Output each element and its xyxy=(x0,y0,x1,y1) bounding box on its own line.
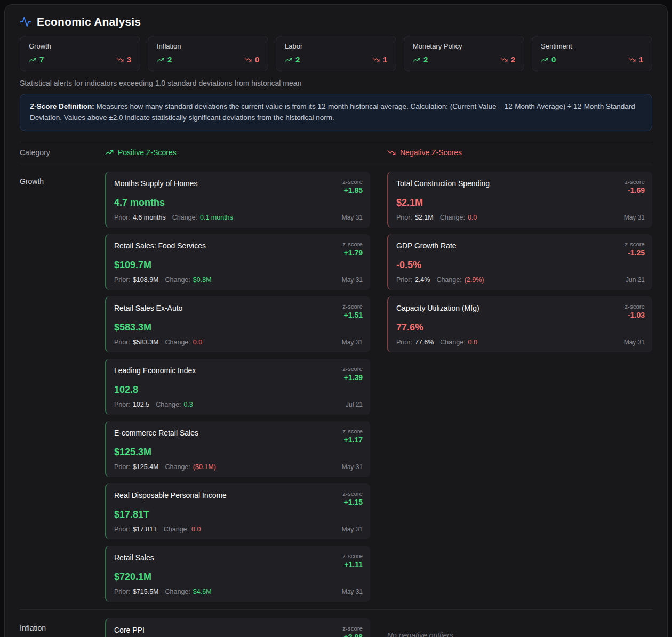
trending-down-icon xyxy=(372,56,380,63)
trending-down-icon xyxy=(628,56,636,63)
indicator-date: May 31 xyxy=(342,338,363,346)
negative-header-label: Negative Z-Scores xyxy=(400,148,462,157)
indicator-meta: Prior: $125.4M Change: ($0.1M) May 31 xyxy=(114,463,363,471)
change-value: $4.6M xyxy=(193,588,212,595)
indicator-meta: Prior: 4.6 months Change: 0.1 months May… xyxy=(114,214,363,221)
indicator-value: $125.3M xyxy=(114,447,363,458)
change-label: Change: xyxy=(440,338,465,346)
zscore-block: z-score +1.51 xyxy=(342,303,363,320)
indicator-date: Jul 21 xyxy=(346,401,363,408)
prior-value: $715.5M xyxy=(133,588,159,595)
prior-value: $2.1M xyxy=(415,214,434,221)
negative-count: 1 xyxy=(383,55,387,64)
indicator-value: $583.3M xyxy=(114,322,363,333)
page-header: Economic Analysis xyxy=(20,12,652,36)
trending-up-icon xyxy=(105,148,114,157)
negative-count: 3 xyxy=(127,55,131,64)
zscore-definition-box: Z-Score Definition: Measures how many st… xyxy=(20,94,652,131)
zscore-block: z-score +2.98 xyxy=(342,625,363,637)
zscore-block: z-score -1.69 xyxy=(625,178,645,195)
summary-card-monetary-policy: Monetary Policy 2 2 xyxy=(404,36,524,71)
indicator-date: May 31 xyxy=(342,588,363,595)
prior-value: $583.3M xyxy=(133,338,159,346)
prior-value: 2.4% xyxy=(415,276,430,284)
prior-label: Prior: xyxy=(396,338,412,346)
zscore-label: z-score xyxy=(342,625,363,632)
change-label: Change: xyxy=(164,526,189,533)
zscore-label: z-score xyxy=(342,303,363,310)
negative-count: 0 xyxy=(255,55,259,64)
zscore-value: -1.25 xyxy=(625,248,645,257)
indicator-card: Retail Sales Ex-Auto z-score +1.51 $583.… xyxy=(105,296,370,352)
zscore-label: z-score xyxy=(342,178,363,186)
change-label: Change: xyxy=(165,463,190,471)
prior-label: Prior: xyxy=(396,276,412,284)
indicator-value: $17.81T xyxy=(114,509,363,520)
positive-cards-column: Months Supply of Homes z-score +1.85 4.7… xyxy=(105,172,370,602)
trending-down-icon xyxy=(387,148,396,157)
change-value: 0.0 xyxy=(193,338,202,346)
negative-cards-column: No negative outliers xyxy=(387,618,652,637)
indicator-meta: Prior: 77.6% Change: 0.0 May 31 xyxy=(396,338,645,346)
prior-value: 77.6% xyxy=(415,338,434,346)
indicator-value: -0.5% xyxy=(396,260,645,271)
zscore-value: +1.85 xyxy=(342,186,363,195)
prior-label: Prior: xyxy=(114,463,130,471)
prior-label: Prior: xyxy=(114,401,130,408)
zscore-value: +1.51 xyxy=(342,311,363,320)
indicator-card: Core PPI z-score +2.98 2.8% Prior: 2.4% … xyxy=(105,618,370,637)
zscore-value: -1.69 xyxy=(625,186,645,195)
indicator-date: May 31 xyxy=(342,214,363,221)
summary-label: Labor xyxy=(285,42,387,50)
zscore-value: +1.79 xyxy=(342,248,363,257)
change-value: 0.0 xyxy=(191,526,201,533)
positive-count: 7 xyxy=(39,55,44,64)
indicator-title: Real Disposable Personal Income xyxy=(114,490,227,499)
indicator-value: 102.8 xyxy=(114,384,363,396)
change-value: ($0.1M) xyxy=(193,463,216,471)
change-value: (2.9%) xyxy=(465,276,484,284)
indicator-date: May 31 xyxy=(624,338,645,346)
summary-label: Monetary Policy xyxy=(413,42,515,50)
category-header: Category xyxy=(20,148,88,157)
negative-column-header: Negative Z-Scores xyxy=(387,148,652,157)
change-label: Change: xyxy=(172,214,197,221)
trending-down-icon xyxy=(244,56,252,63)
negative-cards-column: Total Construction Spending z-score -1.6… xyxy=(387,172,652,602)
definition-text: Measures how many standard deviations th… xyxy=(30,102,635,122)
prior-label: Prior: xyxy=(114,338,130,346)
prior-value: $125.4M xyxy=(133,463,159,471)
positive-cards-column: Core PPI z-score +2.98 2.8% Prior: 2.4% … xyxy=(105,618,370,637)
summary-label: Inflation xyxy=(157,42,259,50)
indicator-value: 77.6% xyxy=(396,322,645,333)
zscore-block: z-score +1.85 xyxy=(342,178,363,195)
zscore-value: -1.03 xyxy=(625,311,645,320)
page-subtitle: Statistical alerts for indicators exceed… xyxy=(20,79,652,87)
summary-card-labor: Labor 2 1 xyxy=(276,36,396,71)
indicator-date: May 31 xyxy=(342,463,363,471)
trending-up-icon xyxy=(29,56,36,63)
zscore-value: +1.17 xyxy=(342,436,363,445)
zscore-label: z-score xyxy=(625,178,645,186)
indicator-card: GDP Growth Rate z-score -1.25 -0.5% Prio… xyxy=(387,234,652,290)
indicator-date: Jun 21 xyxy=(626,276,645,284)
zscore-value: +1.15 xyxy=(342,498,363,507)
indicator-meta: Prior: $17.81T Change: 0.0 May 31 xyxy=(114,526,363,533)
indicator-meta: Prior: 102.5 Change: 0.3 Jul 21 xyxy=(114,401,363,408)
indicator-meta: Prior: $108.9M Change: $0.8M May 31 xyxy=(114,276,363,284)
economic-analysis-panel: Economic Analysis Growth 7 3 Inflation 2… xyxy=(4,4,668,637)
indicator-date: May 31 xyxy=(342,276,363,284)
indicator-title: Retail Sales xyxy=(114,552,154,562)
change-label: Change: xyxy=(165,276,190,284)
indicator-title: Core PPI xyxy=(114,625,145,634)
change-value: $0.8M xyxy=(193,276,212,284)
zscore-block: z-score +1.15 xyxy=(342,490,363,507)
change-label: Change: xyxy=(436,276,461,284)
indicator-value: $720.1M xyxy=(114,571,363,583)
indicator-title: Months Supply of Homes xyxy=(114,178,197,188)
page-title: Economic Analysis xyxy=(37,15,141,28)
indicator-card: Months Supply of Homes z-score +1.85 4.7… xyxy=(105,172,370,228)
positive-count: 2 xyxy=(423,55,428,64)
indicator-value: $2.1M xyxy=(396,197,645,208)
trending-up-icon xyxy=(541,56,548,63)
